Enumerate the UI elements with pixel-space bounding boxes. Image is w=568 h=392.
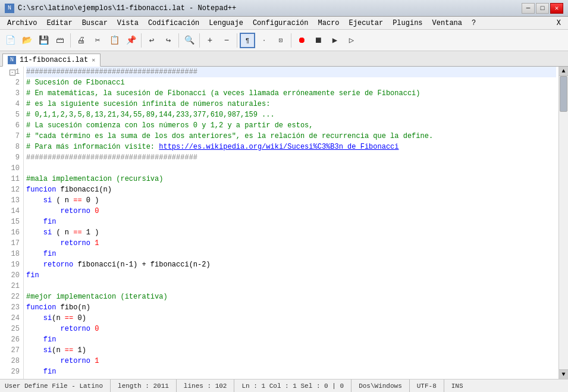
code-line-23: funcion fibo(n) — [26, 302, 556, 313]
menu-macro[interactable]: Macro — [313, 18, 344, 29]
menu-editar[interactable]: Editar — [42, 18, 77, 29]
copy-button[interactable]: 📋 — [106, 33, 122, 48]
cut-button[interactable]: ✂ — [90, 33, 105, 48]
line-number-9: 9 — [0, 152, 23, 163]
code-line-17: retorno 1 — [26, 238, 556, 249]
menu-archivo[interactable]: Archivo — [2, 18, 42, 29]
scroll-down-button[interactable]: ▼ — [559, 369, 568, 379]
code-area: -123456789101112131415161718192021222324… — [0, 67, 568, 379]
line-number-30: 30 — [0, 377, 23, 379]
word-wrap-button[interactable]: ¶ — [240, 33, 255, 48]
code-line-29: fin — [26, 366, 556, 377]
app-icon: N — [5, 4, 14, 13]
menu-codificacion[interactable]: Codificación — [143, 18, 204, 29]
line-number-20: 20 — [0, 270, 23, 281]
menu-ejecutar[interactable]: Ejecutar — [344, 18, 388, 29]
status-encoding: Dos\Windows — [352, 380, 410, 392]
vertical-scrollbar[interactable]: ▲ ▼ — [558, 67, 568, 379]
macro-record[interactable]: ⏺ — [294, 33, 309, 48]
find-button[interactable]: 🔍 — [181, 33, 197, 48]
line-number-1: -1 — [0, 67, 23, 77]
line-number-8: 8 — [0, 142, 23, 152]
maximize-button[interactable]: □ — [536, 3, 549, 14]
macro-run[interactable]: ▷ — [344, 33, 359, 48]
line-number-13: 13 — [0, 195, 23, 206]
line-number-18: 18 — [0, 249, 23, 259]
titlebar-left: N C:\src\latino\ejemplos\11-fibonacci.la… — [5, 4, 236, 13]
menubar: Archivo Editar Buscar Vista Codificación… — [0, 17, 568, 30]
line-number-6: 6 — [0, 120, 23, 131]
line-number-4: 4 — [0, 99, 23, 109]
tab-label: 11-fibonacci.lat — [20, 56, 88, 64]
paste-button[interactable]: 📌 — [123, 33, 139, 48]
scroll-up-button[interactable]: ▲ — [559, 67, 568, 76]
code-line-21 — [26, 281, 556, 291]
sep5 — [237, 33, 237, 48]
tabbar: N 11-fibonacci.lat ✕ — [0, 51, 568, 67]
zoom-in[interactable]: + — [202, 33, 218, 48]
line-number-23: 23 — [0, 302, 23, 313]
code-line-18: fin — [26, 249, 556, 259]
code-line-2: # Sucesión de Fibonacci — [26, 77, 556, 88]
line-number-26: 26 — [0, 334, 23, 345]
scroll-track — [559, 76, 568, 369]
code-line-28: retorno 1 — [26, 356, 556, 366]
scroll-thumb[interactable] — [560, 76, 567, 112]
open-button[interactable]: 📂 — [19, 33, 34, 48]
code-line-5: # 0,1,1,2,3,5,8,13,21,34,55,89,144,233,3… — [26, 109, 556, 120]
save-all-button[interactable]: 🗃 — [52, 33, 68, 48]
titlebar: N C:\src\latino\ejemplos\11-fibonacci.la… — [0, 0, 568, 17]
menu-plugins[interactable]: Plugins — [388, 18, 427, 29]
tab-close-button[interactable]: ✕ — [92, 57, 95, 64]
fold-icon[interactable]: - — [10, 70, 15, 76]
line-number-14: 14 — [0, 206, 23, 217]
line-number-10: 10 — [0, 163, 23, 174]
line-number-25: 25 — [0, 324, 23, 334]
redo-button[interactable]: ↪ — [161, 33, 176, 48]
code-line-24: si(n == 0) — [26, 313, 556, 324]
code-line-8: # Para más información visite: https://e… — [26, 142, 556, 152]
code-line-12: funcion fibonacci(n) — [26, 184, 556, 195]
status-position: Ln : 1 Col : 1 Sel : 0 | 0 — [234, 380, 352, 392]
toolbar: 📄 📂 💾 🗃 🖨 ✂ 📋 📌 ↩ ↪ 🔍 + − ¶ ∙ ⊡ ⏺ ⏹ ▶ ▷ — [0, 30, 568, 51]
status-length: length : 2011 — [111, 380, 177, 392]
zoom-out[interactable]: − — [219, 33, 234, 48]
line-number-21: 21 — [0, 281, 23, 291]
indent-guide-button[interactable]: ⊡ — [273, 33, 288, 48]
close-button[interactable]: ✕ — [550, 3, 563, 14]
menu-ventana[interactable]: Ventana — [428, 18, 467, 29]
tab-fibonacci[interactable]: N 11-fibonacci.lat ✕ — [2, 54, 101, 67]
menu-vista[interactable]: Vista — [112, 18, 143, 29]
menu-help[interactable]: ? — [467, 18, 481, 29]
tab-icon: N — [8, 56, 16, 64]
close-x[interactable]: X — [552, 18, 566, 29]
menu-lenguaje[interactable]: Lenguaje — [204, 18, 248, 29]
code-line-15: fin — [26, 217, 556, 227]
line-number-3: 3 — [0, 88, 23, 99]
macro-play[interactable]: ▶ — [327, 33, 343, 48]
sep4 — [199, 33, 200, 48]
macro-stop[interactable]: ⏹ — [310, 33, 326, 48]
menu-configuracion[interactable]: Configuración — [248, 18, 313, 29]
code-line-10 — [26, 163, 556, 174]
sep1 — [70, 33, 71, 48]
titlebar-controls[interactable]: ─ □ ✕ — [522, 3, 563, 14]
menu-buscar[interactable]: Buscar — [77, 18, 112, 29]
save-button[interactable]: 💾 — [36, 33, 51, 48]
code-line-3: # En matemáticas, la sucesión de Fibonac… — [26, 88, 556, 99]
code-line-22: #mejor implementacion (iterativa) — [26, 291, 556, 302]
status-mode: User Define File - Latino — [5, 380, 111, 392]
undo-button[interactable]: ↩ — [144, 33, 159, 48]
line-number-19: 19 — [0, 259, 23, 270]
status-lines: lines : 102 — [177, 380, 235, 392]
line-number-11: 11 — [0, 174, 23, 184]
code-line-26: fin — [26, 334, 556, 345]
print-button[interactable]: 🖨 — [73, 33, 89, 48]
minimize-button[interactable]: ─ — [522, 3, 535, 14]
line-number-16: 16 — [0, 227, 23, 238]
new-button[interactable]: 📄 — [2, 33, 18, 48]
code-line-14: retorno 0 — [26, 206, 556, 217]
sep6 — [291, 33, 291, 48]
code-content[interactable]: ########################################… — [24, 67, 558, 379]
all-chars-button[interactable]: ∙ — [256, 33, 272, 48]
